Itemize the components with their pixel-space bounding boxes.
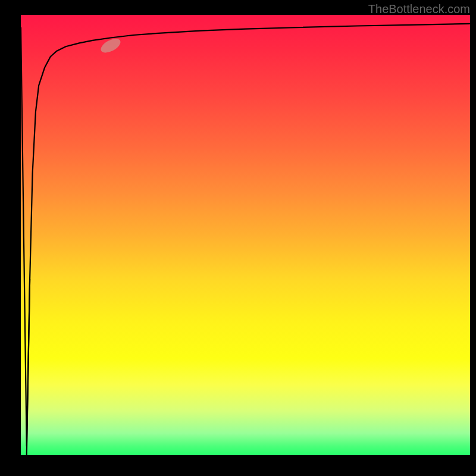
bottleneck-curve-line [27, 24, 470, 455]
watermark-text: TheBottleneck.com [368, 2, 470, 16]
plot-area [21, 15, 470, 455]
chart-svg [21, 15, 470, 455]
